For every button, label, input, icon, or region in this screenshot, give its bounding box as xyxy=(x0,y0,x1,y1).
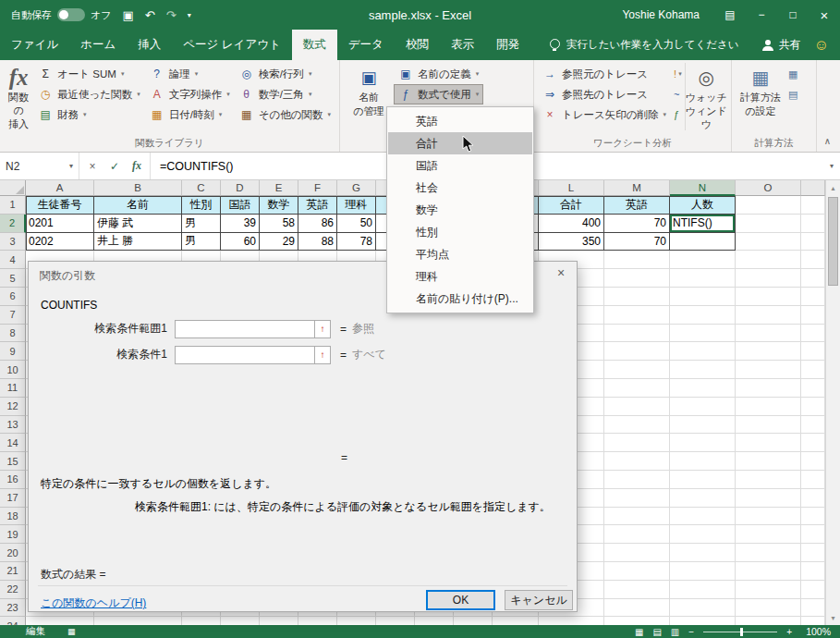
column-header-B[interactable]: B xyxy=(94,180,182,196)
cell-N23[interactable] xyxy=(670,599,736,618)
cell-N17[interactable] xyxy=(670,489,736,508)
cell-C24[interactable] xyxy=(182,617,221,625)
name-box-chevron-icon[interactable]: ▾ xyxy=(69,162,73,170)
column-header-G[interactable]: G xyxy=(337,180,376,196)
zoom-out-icon[interactable]: − xyxy=(688,627,694,637)
ribbon-evaluate-formula-button[interactable]: ~ xyxy=(671,84,685,104)
cell-x12[interactable] xyxy=(801,398,825,416)
scroll-down-icon[interactable]: ▾ xyxy=(826,610,840,625)
ribbon-math-trig-button[interactable]: θ数学/三角▾ xyxy=(235,84,335,104)
cell-O18[interactable] xyxy=(736,508,801,526)
cell-x18[interactable] xyxy=(801,508,825,526)
dialog-close-icon[interactable]: × xyxy=(545,262,577,284)
row-header-11[interactable]: 11 xyxy=(0,379,26,398)
cell-E3[interactable]: 29 xyxy=(260,233,298,252)
collapse-dialog-icon-2[interactable]: ↑ xyxy=(315,346,331,364)
cell-x21[interactable] xyxy=(801,562,825,581)
ribbon-calculate-sheet-button[interactable]: ▤ xyxy=(785,84,800,104)
user-name[interactable]: Yoshie Kohama xyxy=(622,8,700,21)
cell-F1[interactable]: 英語 xyxy=(298,196,337,215)
cell-O7[interactable] xyxy=(736,306,801,325)
cancel-button[interactable]: キャンセル xyxy=(505,590,573,610)
cell-G2[interactable]: 50 xyxy=(337,215,376,233)
cell-D24[interactable] xyxy=(221,617,260,625)
cell-M24[interactable] xyxy=(604,617,670,625)
collapse-ribbon-icon[interactable]: ∧ xyxy=(824,136,831,146)
ribbon-use-in-formula-button[interactable]: ƒ数式で使用▾ xyxy=(394,84,483,104)
cell-M5[interactable] xyxy=(604,269,670,288)
criteria-range1-input[interactable] xyxy=(175,320,315,338)
cell-O8[interactable] xyxy=(736,325,801,343)
row-header-17[interactable]: 17 xyxy=(0,489,26,508)
row-header-19[interactable]: 19 xyxy=(0,525,26,544)
cell-E1[interactable]: 数学 xyxy=(260,196,298,215)
cell-O5[interactable] xyxy=(736,269,801,288)
cell-J24[interactable] xyxy=(454,617,493,625)
menu-item-4[interactable]: 社会 xyxy=(388,177,532,199)
cell-x24[interactable] xyxy=(801,617,825,625)
cell-M8[interactable] xyxy=(604,325,670,343)
zoom-level[interactable]: 100% xyxy=(801,626,831,637)
cell-O23[interactable] xyxy=(736,599,801,618)
calculation-options-button[interactable]: ▦ 計算方法 の設定 xyxy=(736,63,785,118)
cell-E24[interactable] xyxy=(260,617,298,625)
cell-N13[interactable] xyxy=(670,416,736,435)
cell-N20[interactable] xyxy=(670,544,736,562)
ribbon-logical-button[interactable]: ?論理▾ xyxy=(145,64,235,84)
cell-O1[interactable] xyxy=(736,196,801,215)
cell-M23[interactable] xyxy=(604,599,670,618)
cell-N6[interactable] xyxy=(670,288,736,306)
cell-F2[interactable]: 86 xyxy=(298,215,337,233)
cell-O20[interactable] xyxy=(736,544,801,562)
column-header-A[interactable]: A xyxy=(26,180,94,196)
tab-home[interactable]: ホーム xyxy=(69,30,127,60)
cell-x6[interactable] xyxy=(801,288,825,306)
cell-C1[interactable]: 性別 xyxy=(182,196,221,215)
vertical-scrollbar[interactable]: ▴ ▾ xyxy=(825,180,840,625)
cell-x15[interactable] xyxy=(801,452,825,471)
undo-icon[interactable]: ↶ xyxy=(145,8,155,22)
cell-x10[interactable] xyxy=(801,361,825,379)
cell-x2[interactable] xyxy=(801,215,825,233)
view-page-layout-icon[interactable]: ▤ xyxy=(652,627,661,637)
column-header-O[interactable]: O xyxy=(736,180,801,196)
ribbon-display-options-icon[interactable]: ▤ xyxy=(714,0,746,30)
row-header-18[interactable]: 18 xyxy=(0,508,26,526)
view-page-break-icon[interactable]: ▥ xyxy=(671,627,679,637)
cell-x16[interactable] xyxy=(801,471,825,489)
cell-M15[interactable] xyxy=(604,452,670,471)
cell-L2[interactable]: 400 xyxy=(539,215,604,233)
cell-N14[interactable] xyxy=(670,434,736,452)
expand-formula-bar-icon[interactable]: ▾ xyxy=(823,153,840,179)
autosave-toggle[interactable]: 自動保存 オフ xyxy=(11,8,112,22)
cell-M20[interactable] xyxy=(604,544,670,562)
row-header-10[interactable]: 10 xyxy=(0,361,26,379)
column-header-partial[interactable] xyxy=(801,180,825,196)
cell-N1[interactable]: 人数 xyxy=(670,196,736,215)
column-header-F[interactable]: F xyxy=(298,180,337,196)
tab-insert[interactable]: 挿入 xyxy=(127,30,172,60)
function-help-link[interactable]: この関数のヘルプ(H) xyxy=(41,595,146,611)
cell-A24[interactable] xyxy=(26,617,94,625)
cell-N9[interactable] xyxy=(670,342,736,361)
row-header-24[interactable]: 24 xyxy=(0,617,26,625)
cell-M22[interactable] xyxy=(604,581,670,599)
cell-x5[interactable] xyxy=(801,269,825,288)
cell-B3[interactable]: 井上 勝 xyxy=(94,233,182,252)
cell-L3[interactable]: 350 xyxy=(539,233,604,252)
cell-F3[interactable]: 88 xyxy=(298,233,337,252)
cell-N19[interactable] xyxy=(670,525,736,544)
cell-M18[interactable] xyxy=(604,508,670,526)
cell-O17[interactable] xyxy=(736,489,801,508)
cell-x23[interactable] xyxy=(801,599,825,618)
view-normal-icon[interactable]: ▦ xyxy=(635,627,643,637)
cell-N3[interactable] xyxy=(670,233,736,252)
cell-D3[interactable]: 60 xyxy=(221,233,260,252)
tab-data[interactable]: データ xyxy=(337,30,395,60)
scrollbar-thumb[interactable] xyxy=(828,197,838,286)
cell-M11[interactable] xyxy=(604,379,670,398)
ok-button[interactable]: OK xyxy=(426,590,495,610)
cell-O22[interactable] xyxy=(736,581,801,599)
cell-O13[interactable] xyxy=(736,416,801,435)
scroll-up-icon[interactable]: ▴ xyxy=(826,180,840,195)
